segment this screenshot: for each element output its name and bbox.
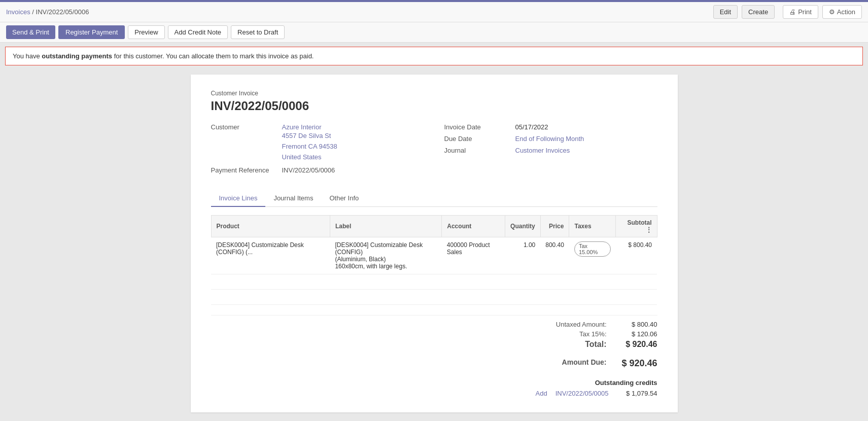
- add-credit-note-button[interactable]: Add Credit Note: [168, 25, 228, 39]
- invoice-right: Invoice Date 05/17/2022 Due Date End of …: [444, 123, 657, 178]
- tab-other-info[interactable]: Other Info: [321, 190, 367, 207]
- untaxed-label: Untaxed Amount:: [541, 321, 607, 328]
- untaxed-value: $ 800.40: [617, 321, 657, 328]
- cell-account: 400000 Product Sales: [442, 237, 505, 274]
- register-payment-button[interactable]: Register Payment: [58, 25, 125, 39]
- preview-button[interactable]: Preview: [128, 25, 164, 39]
- payment-ref-label: Payment Reference: [211, 166, 282, 174]
- journal-link[interactable]: Customer Invoices: [515, 147, 570, 154]
- alert-text-before: You have: [13, 52, 42, 60]
- tab-invoice-lines[interactable]: Invoice Lines: [211, 190, 266, 207]
- empty-cell-2: [211, 290, 657, 305]
- create-button[interactable]: Create: [742, 5, 775, 19]
- outstanding-add-link[interactable]: Add: [536, 390, 547, 397]
- invoice-table: Product Label Account Quantity Price Tax…: [211, 215, 657, 305]
- invoice-date-label: Invoice Date: [444, 123, 515, 131]
- action-label: Action: [837, 8, 855, 16]
- payment-ref-value: INV/2022/05/0006: [282, 166, 335, 174]
- edit-button[interactable]: Edit: [713, 5, 738, 19]
- journal-value: Customer Invoices: [515, 147, 570, 154]
- cell-tax: Tax 15.00%: [569, 237, 616, 274]
- th-product: Product: [211, 216, 330, 237]
- customer-name-link[interactable]: Azure Interior: [282, 123, 322, 131]
- amount-due-row: Amount Due: $ 920.46: [526, 358, 657, 369]
- cell-product: [DESK0004] Customizable Desk (CONFIG) (.…: [211, 237, 330, 274]
- reset-to-draft-button[interactable]: Reset to Draft: [231, 25, 285, 39]
- th-account: Account: [442, 216, 505, 237]
- breadcrumb-current: INV/2022/05/0006: [36, 8, 89, 16]
- invoice-card: Customer Invoice INV/2022/05/0006 Custom…: [191, 75, 678, 412]
- send-print-button[interactable]: Send & Print: [6, 25, 55, 39]
- table-row: [DESK0004] Customizable Desk (CONFIG) (.…: [211, 237, 657, 274]
- invoice-fields: Customer Azure Interior 4557 De Silva St…: [211, 123, 657, 178]
- total-label: Total:: [541, 340, 607, 349]
- total-value: $ 920.46: [617, 340, 657, 349]
- tax-label: Tax 15%:: [541, 330, 607, 338]
- invoice-number: INV/2022/05/0006: [211, 99, 657, 113]
- invoice-type: Customer Invoice: [211, 90, 657, 97]
- print-button[interactable]: 🖨 Print: [783, 5, 818, 19]
- header-actions: Edit Create 🖨 Print ⚙ Action: [713, 5, 862, 19]
- journal-row: Journal Customer Invoices: [444, 147, 657, 154]
- breadcrumb-invoices-link[interactable]: Invoices: [6, 8, 30, 16]
- th-price: Price: [540, 216, 569, 237]
- amount-due-value: $ 920.46: [617, 358, 657, 369]
- cell-label: [DESK0004] Customizable Desk (CONFIG) (A…: [330, 237, 441, 274]
- customer-label: Customer: [211, 123, 282, 131]
- tax-row: Tax 15%: $ 120.06: [526, 330, 657, 338]
- empty-cell-1: [211, 274, 657, 290]
- totals-section: Untaxed Amount: $ 800.40 Tax 15%: $ 120.…: [211, 321, 657, 371]
- print-icon: 🖨: [789, 8, 796, 16]
- outstanding-amount: $ 1,079.54: [617, 390, 657, 397]
- header: Invoices / INV/2022/05/0006 Edit Create …: [0, 2, 868, 22]
- gear-icon: ⚙: [829, 8, 835, 16]
- outstanding-section: Outstanding credits Add INV/2022/05/0005…: [211, 379, 657, 397]
- action-button[interactable]: ⚙ Action: [822, 5, 862, 19]
- customer-value: Azure Interior 4557 De Silva St Fremont …: [282, 123, 337, 162]
- payment-ref-row: Payment Reference INV/2022/05/0006: [211, 166, 424, 174]
- outstanding-ref[interactable]: INV/2022/05/0005: [555, 390, 609, 397]
- alert-text-after: for this customer. You can allocate them…: [112, 52, 314, 60]
- due-date-value: End of Following Month: [515, 135, 584, 143]
- main-area: Customer Invoice INV/2022/05/0006 Custom…: [0, 69, 868, 417]
- cell-subtotal: $ 800.40: [616, 237, 657, 274]
- breadcrumb: Invoices / INV/2022/05/0006: [6, 8, 89, 16]
- alert-banner: You have outstanding payments for this c…: [5, 47, 863, 65]
- th-quantity: Quantity: [505, 216, 541, 237]
- empty-row-1: [211, 274, 657, 290]
- due-date-row: Due Date End of Following Month: [444, 135, 657, 143]
- invoice-date-row: Invoice Date 05/17/2022: [444, 123, 657, 131]
- invoice-tabs: Invoice Lines Journal Items Other Info: [211, 190, 657, 207]
- cell-price: 800.40: [540, 237, 569, 274]
- cell-quantity: 1.00: [505, 237, 541, 274]
- customer-address-1: 4557 De Silva St: [282, 131, 337, 142]
- due-date-label: Due Date: [444, 135, 515, 143]
- th-taxes: Taxes: [569, 216, 616, 237]
- outstanding-row: Add INV/2022/05/0005 $ 1,079.54: [211, 390, 657, 397]
- tax-badge: Tax 15.00%: [574, 241, 611, 257]
- toolbar: Send & Print Register Payment Preview Ad…: [0, 22, 868, 43]
- table-divider: [211, 315, 657, 315]
- journal-label: Journal: [444, 147, 515, 154]
- outstanding-title: Outstanding credits: [211, 379, 657, 387]
- customer-address-2: Fremont CA 94538: [282, 142, 337, 152]
- untaxed-row: Untaxed Amount: $ 800.40: [526, 321, 657, 328]
- customer-address-3: United States: [282, 152, 337, 163]
- invoice-date-value: 05/17/2022: [515, 123, 548, 131]
- invoice-left: Customer Azure Interior 4557 De Silva St…: [211, 123, 424, 178]
- tab-journal-items[interactable]: Journal Items: [265, 190, 321, 207]
- table-header-row: Product Label Account Quantity Price Tax…: [211, 216, 657, 237]
- grand-total-row: Total: $ 920.46: [526, 340, 657, 349]
- print-label: Print: [798, 8, 812, 16]
- tax-value: $ 120.06: [617, 330, 657, 338]
- customer-field-row: Customer Azure Interior 4557 De Silva St…: [211, 123, 424, 162]
- th-label: Label: [330, 216, 441, 237]
- alert-bold-text: outstanding payments: [42, 52, 112, 60]
- due-date-link[interactable]: End of Following Month: [515, 135, 584, 143]
- amount-due-label: Amount Due:: [541, 358, 607, 369]
- th-subtotal: Subtotal ⋮: [616, 216, 657, 237]
- breadcrumb-separator: /: [32, 8, 34, 16]
- empty-row-2: [211, 290, 657, 305]
